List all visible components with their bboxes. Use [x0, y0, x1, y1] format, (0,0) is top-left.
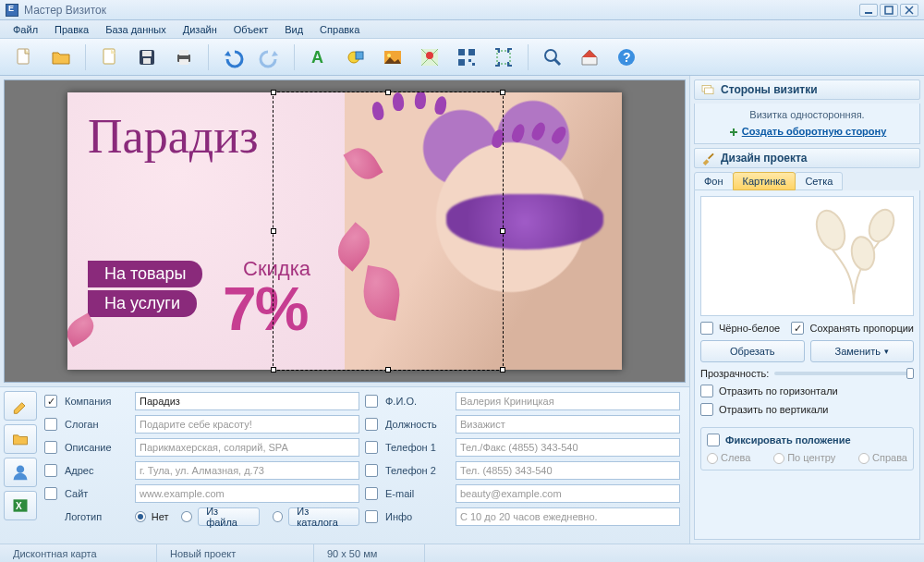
brush-icon	[700, 151, 715, 165]
radio-lock-center[interactable]	[773, 453, 784, 464]
tb-print-icon[interactable]	[167, 42, 201, 73]
chk-position[interactable]	[365, 418, 378, 431]
chk-lock-position[interactable]	[707, 434, 720, 446]
lbl-flip-v: Отразить по вертикали	[719, 404, 828, 415]
chk-company[interactable]	[44, 395, 57, 408]
tb-zoom-icon[interactable]	[536, 42, 569, 73]
lbl-keep-ratio: Сохранять пропорции	[809, 323, 914, 334]
toolbar-separator	[208, 44, 209, 70]
chk-slogan[interactable]	[44, 418, 57, 431]
radio-logo-catalog[interactable]	[273, 511, 284, 522]
tb-shape-icon[interactable]	[339, 42, 372, 73]
tb-qr-icon[interactable]	[450, 42, 483, 73]
input-company[interactable]	[135, 392, 359, 410]
tb-help-icon[interactable]: ?	[610, 42, 643, 73]
tb-text-icon[interactable]: A	[302, 42, 335, 73]
chk-flip-v[interactable]	[700, 403, 713, 416]
menu-file[interactable]: Файл	[6, 22, 45, 37]
tab-grid[interactable]: Сетка	[795, 172, 843, 190]
tb-save-icon[interactable]	[130, 42, 164, 73]
close-button[interactable]	[900, 4, 918, 17]
chk-fio[interactable]	[365, 395, 378, 408]
chk-email[interactable]	[365, 487, 378, 500]
business-card[interactable]: Парадиз На товары На услуги Скидка 7%	[67, 92, 622, 370]
card-brand: Парадиз	[88, 109, 259, 164]
input-email[interactable]	[456, 484, 680, 503]
minimize-button[interactable]	[859, 4, 878, 17]
lbl-bw: Чёрно-белое	[719, 323, 780, 334]
tb-home-icon[interactable]	[573, 42, 606, 73]
input-phone2[interactable]	[456, 461, 680, 480]
design-body: Чёрно-белое Сохранять пропорции Обрезать…	[694, 190, 920, 540]
input-site[interactable]	[135, 484, 359, 503]
chk-info[interactable]	[365, 510, 378, 523]
sides-info: Визитка односторонняя.	[700, 109, 914, 120]
tb-open-icon[interactable]	[44, 42, 78, 73]
tb-image-icon[interactable]	[376, 42, 409, 73]
side-excel-icon[interactable]: X	[4, 491, 37, 520]
radio-logo-none[interactable]	[135, 511, 146, 522]
status-size: 90 x 50 мм	[314, 544, 425, 562]
btn-logo-file[interactable]: Из файла	[198, 507, 259, 526]
input-description[interactable]	[135, 438, 359, 457]
maximize-button[interactable]	[880, 4, 898, 17]
side-user-icon[interactable]	[4, 458, 37, 487]
chk-flip-h[interactable]	[700, 385, 713, 397]
right-panel: Стороны визитки Визитка односторонняя. С…	[689, 76, 924, 544]
toolbar: A ?	[0, 39, 924, 76]
tb-map-icon[interactable]	[413, 42, 446, 73]
chk-address[interactable]	[44, 464, 57, 477]
input-info[interactable]	[456, 507, 680, 526]
tb-new-icon[interactable]	[7, 42, 41, 73]
chk-keep-ratio[interactable]	[791, 322, 804, 335]
tab-picture[interactable]: Картинка	[733, 172, 796, 190]
input-fio[interactable]	[456, 392, 680, 410]
tb-undo-icon[interactable]	[216, 42, 249, 73]
status-left: Дисконтная карта	[0, 544, 157, 562]
menu-view[interactable]: Вид	[277, 22, 310, 37]
canvas[interactable]: Парадиз На товары На услуги Скидка 7%	[4, 79, 686, 383]
chevron-down-icon: ▾	[884, 347, 889, 356]
panel-design-header[interactable]: Дизайн проекта	[694, 148, 920, 168]
btn-crop[interactable]: Обрезать	[700, 340, 805, 362]
side-edit-icon[interactable]	[4, 391, 37, 421]
side-folder-icon[interactable]	[4, 424, 37, 454]
svg-rect-22	[468, 59, 471, 62]
menu-edit[interactable]: Правка	[47, 22, 96, 37]
create-back-link[interactable]: Создать оборотную сторону	[742, 126, 887, 137]
svg-text:?: ?	[623, 50, 631, 65]
lbl-address: Адрес	[65, 465, 129, 476]
menu-help[interactable]: Справка	[312, 22, 367, 37]
radio-lock-left[interactable]	[707, 453, 718, 464]
btn-replace[interactable]: Заменить▾	[810, 340, 915, 362]
tb-redo-icon[interactable]	[253, 42, 286, 73]
opacity-slider[interactable]	[774, 372, 914, 375]
tb-page-icon[interactable]	[93, 42, 127, 73]
image-preview[interactable]	[700, 196, 914, 316]
svg-rect-33	[705, 88, 713, 94]
chk-phone1[interactable]	[365, 441, 378, 454]
chk-phone2[interactable]	[365, 464, 378, 477]
app-icon	[6, 4, 18, 17]
titlebar: Мастер Визиток	[0, 0, 924, 20]
input-phone1[interactable]	[456, 438, 680, 457]
chk-bw[interactable]	[700, 322, 713, 335]
input-position[interactable]	[456, 415, 680, 434]
input-slogan[interactable]	[135, 415, 359, 434]
tab-background[interactable]: Фон	[694, 172, 734, 190]
menu-design[interactable]: Дизайн	[176, 22, 225, 37]
svg-rect-10	[179, 50, 188, 55]
menu-object[interactable]: Объект	[226, 22, 275, 37]
svg-point-16	[387, 54, 391, 57]
menu-database[interactable]: База данных	[98, 22, 174, 37]
radio-logo-file[interactable]	[181, 511, 192, 522]
panel-sides-header[interactable]: Стороны визитки	[694, 79, 920, 100]
radio-lock-right[interactable]	[858, 453, 869, 464]
chk-description[interactable]	[44, 441, 57, 454]
tb-fit-icon[interactable]	[487, 42, 520, 73]
chk-site[interactable]	[44, 487, 57, 500]
svg-point-29	[17, 466, 24, 473]
btn-logo-catalog[interactable]: Из каталога	[288, 507, 359, 526]
input-address[interactable]	[135, 461, 359, 480]
lbl-phone2: Телефон 2	[385, 465, 450, 476]
